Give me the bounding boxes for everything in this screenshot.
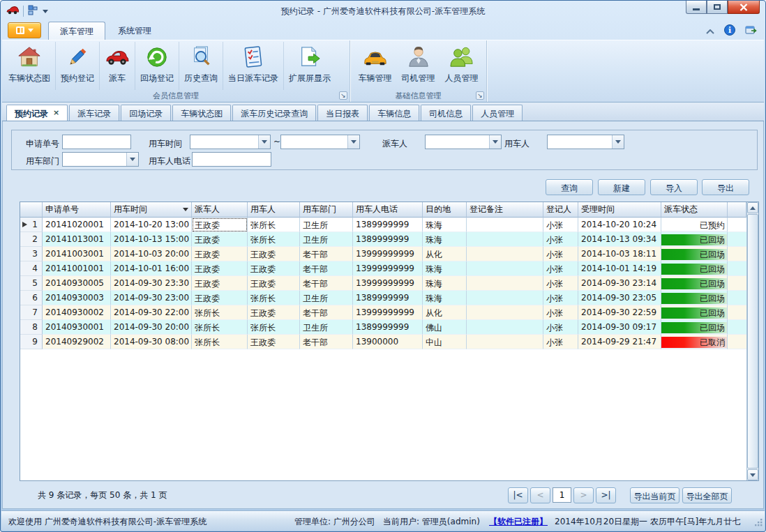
close-tab-icon[interactable]: × (53, 108, 59, 121)
cell-dest[interactable]: 从化 (423, 247, 467, 261)
cell-remark[interactable] (467, 320, 543, 335)
cell-order-no[interactable]: 20141013001 (43, 232, 111, 247)
cell-use-time[interactable]: 2014-10-03 20:00 (111, 247, 192, 261)
cell-registrar[interactable]: 小张 (543, 261, 578, 276)
col-header-user[interactable]: 用车人 (248, 202, 300, 218)
chevron-down-icon[interactable] (126, 153, 138, 166)
cell-remark[interactable] (467, 335, 543, 349)
cell-registrar[interactable]: 小张 (543, 291, 578, 305)
cell-dept[interactable]: 老干部 (300, 276, 353, 291)
order-no-input[interactable] (62, 135, 131, 149)
cell-accept-time[interactable]: 2014-09-30 23:05 (578, 291, 661, 305)
query-button[interactable]: 查询 (546, 179, 593, 195)
cell-order-no[interactable]: 20141001001 (43, 261, 111, 276)
scrollbar-thumb[interactable] (747, 214, 758, 469)
phone-input[interactable] (192, 152, 271, 167)
people-manage-button[interactable]: 人员管理 (440, 42, 483, 90)
cell-registrar[interactable]: 小张 (543, 305, 578, 320)
cell-status[interactable]: 已回场 (661, 320, 728, 335)
cell-status[interactable]: 已回场 (661, 291, 728, 305)
dialog-launcher-icon[interactable]: ↘ (476, 91, 484, 100)
row-header-cell[interactable]: 3 (20, 247, 43, 261)
cell-accept-time[interactable]: 2014-10-13 09:34 (578, 232, 661, 247)
table-row[interactable]: 7201409300022014-09-30 22:00张所长王政委老干部139… (20, 305, 746, 320)
cell-dest[interactable]: 佛山 (423, 320, 467, 335)
dispatch-button[interactable]: 派车 (100, 42, 135, 90)
chevron-down-icon[interactable] (347, 135, 359, 149)
table-row[interactable]: 8201409300012014-09-30 20:00张所长张所长卫生所138… (20, 320, 746, 335)
cell-phone[interactable]: 13999999999 (353, 305, 423, 320)
cell-order-no[interactable]: 20140930001 (43, 320, 111, 335)
cell-remark[interactable] (467, 218, 543, 232)
info-icon[interactable]: i (724, 24, 735, 38)
cell-phone[interactable]: 13900000 (353, 335, 423, 349)
cell-use-time[interactable]: 2014-09-30 22:00 (111, 305, 192, 320)
car-user-combo[interactable] (547, 135, 624, 149)
cell-status[interactable]: 已回场 (661, 276, 728, 291)
vehicle-status-map-button[interactable]: 车辆状态图 (3, 42, 56, 90)
col-header-phone[interactable]: 用车人电话 (353, 202, 423, 218)
close-button[interactable] (728, 1, 760, 14)
cell-remark[interactable] (467, 232, 543, 247)
cell-user[interactable]: 张所长 (248, 291, 300, 305)
cell-phone[interactable]: 1389999999 (353, 218, 423, 232)
cell-registrar[interactable]: 小张 (543, 218, 578, 232)
export-all-pages-button[interactable]: 导出全部页 (682, 487, 732, 503)
doc-tab-vehicle-info[interactable]: 车辆信息 (369, 105, 419, 121)
col-header-use-time[interactable]: 用车时间 (111, 202, 192, 218)
cell-order-no[interactable]: 20140930002 (43, 305, 111, 320)
cell-phone[interactable]: 1389999999 (353, 232, 423, 247)
cell-dispatcher[interactable]: 王政委 (192, 261, 248, 276)
cell-dispatcher[interactable]: 王政委 (192, 247, 248, 261)
cell-status[interactable]: 已回场 (661, 305, 728, 320)
cell-accept-time[interactable]: 2014-10-03 18:11 (578, 247, 661, 261)
doc-tab-dispatch-records[interactable]: 派车记录 (69, 105, 119, 121)
cell-user[interactable]: 王政委 (248, 276, 300, 291)
license-registered-link[interactable]: 【软件已注册】 (489, 516, 548, 528)
resize-grip[interactable] (754, 518, 763, 529)
doc-tab-reservation-records[interactable]: 预约记录× (6, 105, 68, 121)
cell-dest[interactable]: 珠海 (423, 218, 467, 232)
col-header-remark[interactable]: 登记备注 (467, 202, 543, 218)
cell-accept-time[interactable]: 2014-09-30 23:14 (578, 276, 661, 291)
use-time-to-combo[interactable] (280, 135, 360, 149)
cell-registrar[interactable]: 小张 (543, 247, 578, 261)
prev-page-button[interactable]: < (530, 487, 550, 503)
cell-user[interactable]: 王政委 (248, 247, 300, 261)
app-menu-button[interactable] (8, 22, 41, 38)
cell-accept-time[interactable]: 2014-09-30 09:17 (578, 320, 661, 335)
use-time-from-combo[interactable] (190, 135, 271, 149)
table-row[interactable]: 3201410030012014-10-03 20:00王政委王政委老干部139… (20, 247, 746, 261)
vehicle-manage-button[interactable]: 车辆管理 (354, 42, 397, 90)
table-row[interactable]: 9201409290022014-09-30 08:00张所长王政委老干部139… (20, 335, 746, 349)
doc-tab-vehicle-status-map[interactable]: 车辆状态图 (172, 105, 231, 121)
cell-user[interactable]: 张所长 (248, 320, 300, 335)
row-header-cell[interactable]: 9 (20, 335, 43, 349)
cell-dispatcher[interactable]: 张所长 (192, 320, 248, 335)
create-button[interactable]: 新建 (598, 179, 645, 195)
cell-order-no[interactable]: 20140930005 (43, 276, 111, 291)
row-header-cell[interactable]: 6 (20, 291, 43, 305)
cell-user[interactable]: 张所长 (248, 218, 300, 232)
page-number-input[interactable] (553, 487, 571, 503)
cell-dispatcher[interactable]: 王政委 (192, 218, 248, 232)
cell-order-no[interactable]: 20141020001 (43, 218, 111, 232)
table-row[interactable]: 6201409300032014-09-30 23:00王政委张所长卫生所138… (20, 291, 746, 305)
col-header-accept-time[interactable]: 受理时间 (578, 202, 661, 218)
next-page-button[interactable]: > (573, 487, 594, 503)
cell-order-no[interactable]: 20140930003 (43, 291, 111, 305)
row-header-cell[interactable]: 7 (20, 305, 43, 320)
import-button[interactable]: 导入 (650, 179, 698, 195)
cell-use-time[interactable]: 2014-10-20 13:00 (111, 218, 192, 232)
table-row[interactable]: 5201409300052014-09-30 23:30王政委王政委老干部139… (20, 276, 746, 291)
col-header-registrar[interactable]: 登记人 (543, 202, 578, 218)
cell-phone[interactable]: 13999999999 (353, 276, 423, 291)
cell-remark[interactable] (467, 247, 543, 261)
chevron-down-icon[interactable] (612, 135, 624, 149)
cell-dept[interactable]: 卫生所 (300, 320, 353, 335)
maximize-button[interactable] (707, 1, 728, 14)
doc-tab-dispatch-history-query[interactable]: 派车历史记录查询 (232, 105, 316, 121)
cell-phone[interactable]: 13999999999 (353, 247, 423, 261)
cell-dept[interactable]: 卫生所 (300, 218, 353, 232)
col-header-order-no[interactable]: 申请单号 (43, 202, 111, 218)
